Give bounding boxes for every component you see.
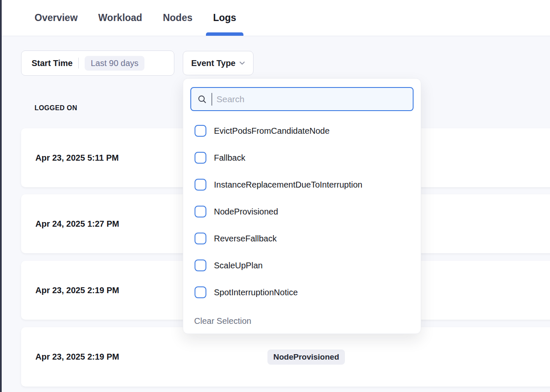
- option-label: EvictPodsFromCandidateNode: [214, 126, 330, 136]
- option-label: NodeProvisioned: [214, 207, 278, 217]
- event-type-badge: NodeProvisioned: [267, 350, 345, 365]
- tab-list: Overview Workload Nodes Logs: [0, 0, 550, 36]
- option-label: InstanceReplacementDueToInterruption: [214, 180, 362, 190]
- tab-overview-label: Overview: [35, 12, 77, 24]
- option-label: Fallback: [214, 153, 245, 163]
- option-evictpodsfromcandidatenode[interactable]: EvictPodsFromCandidateNode: [195, 117, 421, 144]
- clear-selection-button[interactable]: Clear Selection: [194, 313, 421, 329]
- event-type-filter-button[interactable]: Event Type: [183, 51, 254, 75]
- active-tab-underline: [206, 32, 243, 36]
- tab-overview[interactable]: Overview: [35, 0, 77, 36]
- text-cursor: [211, 93, 212, 106]
- option-label: ReverseFallback: [214, 234, 277, 244]
- option-nodeprovisioned[interactable]: NodeProvisioned: [195, 198, 421, 225]
- chevron-down-icon: [238, 59, 246, 67]
- tab-logs-label: Logs: [213, 12, 236, 24]
- option-instancereplacementduetointerruption[interactable]: InstanceReplacementDueToInterruption: [195, 171, 421, 198]
- option-fallback[interactable]: Fallback: [195, 144, 421, 171]
- event-type-dropdown-panel: EvictPodsFromCandidateNode Fallback Inst…: [183, 78, 421, 334]
- option-scaleupplan[interactable]: ScaleUpPlan: [195, 252, 421, 279]
- tab-bar: Overview Workload Nodes Logs: [0, 0, 550, 36]
- option-reversefallback[interactable]: ReverseFallback: [195, 225, 421, 252]
- event-type-option-list: EvictPodsFromCandidateNode Fallback Inst…: [195, 117, 421, 306]
- start-time-filter-button[interactable]: Start Time Last 90 days: [21, 50, 174, 76]
- log-row[interactable]: Apr 23, 2025 2:19 PM NodeProvisioned: [21, 327, 550, 387]
- option-spotinterruptionnotice[interactable]: SpotInterruptionNotice: [195, 279, 421, 306]
- event-type-checkbox[interactable]: [195, 233, 206, 244]
- search-icon: [197, 94, 207, 104]
- logged-on-timestamp: Apr 23, 2025 2:19 PM: [35, 286, 119, 295]
- filter-divider: [78, 58, 79, 69]
- tab-logs[interactable]: Logs: [213, 0, 236, 36]
- start-time-filter-value: Last 90 days: [85, 56, 144, 71]
- event-type-checkbox[interactable]: [195, 125, 206, 137]
- logs-page: Overview Workload Nodes Logs Start Time …: [0, 0, 550, 392]
- event-type-checkbox[interactable]: [195, 206, 206, 217]
- tab-nodes[interactable]: Nodes: [163, 0, 192, 36]
- event-type-checkbox[interactable]: [195, 179, 206, 191]
- option-label: ScaleUpPlan: [214, 261, 263, 270]
- dropdown-search-box[interactable]: [190, 87, 414, 111]
- tab-workload[interactable]: Workload: [98, 0, 142, 36]
- event-type-search-input[interactable]: [216, 94, 407, 104]
- event-type-checkbox[interactable]: [195, 286, 206, 298]
- app-edge-strip: [0, 0, 2, 392]
- column-header-logged-on: LOGGED ON: [35, 104, 77, 112]
- event-type-checkbox[interactable]: [195, 260, 206, 271]
- tab-workload-label: Workload: [98, 12, 142, 24]
- event-type-checkbox[interactable]: [195, 152, 206, 164]
- logged-on-timestamp: Apr 23, 2025 2:19 PM: [35, 352, 119, 362]
- option-label: SpotInterruptionNotice: [214, 288, 298, 297]
- logged-on-timestamp: Apr 23, 2025 5:11 PM: [35, 153, 119, 163]
- logged-on-timestamp: Apr 24, 2025 1:27 PM: [35, 219, 119, 229]
- event-type-filter-label: Event Type: [191, 58, 235, 68]
- start-time-filter-label: Start Time: [32, 58, 72, 68]
- tab-nodes-label: Nodes: [163, 12, 192, 24]
